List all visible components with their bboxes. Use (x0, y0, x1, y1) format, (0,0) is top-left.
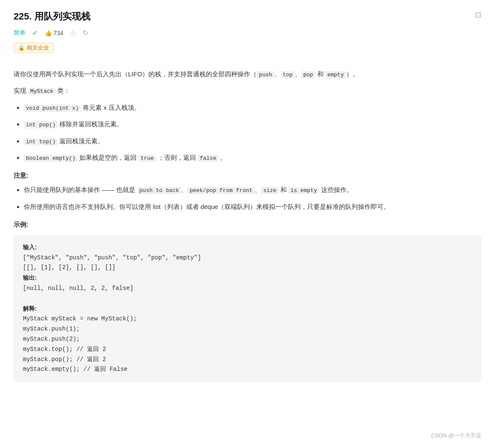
output-label: 输出: (23, 274, 37, 281)
note-item-1: 你只能使用队列的基本操作 —— 也就是 push to back、peek/po… (24, 184, 481, 195)
refresh-icon[interactable]: ↻ (83, 29, 88, 37)
method-push-code: void push(int x) (24, 105, 81, 112)
method-top-code: int top() (24, 138, 58, 145)
inline-code-true: true (138, 155, 156, 162)
method-empty-code: boolean empty() (24, 155, 78, 162)
explain-line-5: myStack.pop(); // 返回 2 (23, 356, 106, 363)
input-line1: ["MyStack", "push", "push", "top", "pop"… (23, 254, 201, 261)
explain-line-6: myStack.empty(); // 返回 False (23, 366, 127, 373)
list-item: boolean empty() 如果栈是空的，返回 true ；否则，返回 fa… (24, 152, 481, 163)
example-section: 示例: 输入: ["MyStack", "push", "push", "top… (14, 221, 481, 382)
method-pop-code: int pop() (24, 121, 58, 128)
check-icon: ✓ (32, 29, 38, 37)
inline-code-push-to-back: push to back (137, 187, 182, 194)
company-tag[interactable]: 🔒 相关企业 (14, 43, 53, 53)
note-list: 你只能使用队列的基本操作 —— 也就是 push to back、peek/po… (14, 184, 481, 212)
inline-code-pop: pop (301, 71, 315, 78)
inline-code-mystack: MyStack (28, 88, 56, 95)
list-item: int top() 返回栈顶元素。 (24, 135, 481, 147)
implement-line: 实现 MyStack 类： (14, 85, 481, 96)
example-code-block: 输入: ["MyStack", "push", "push", "top", "… (14, 235, 481, 382)
output-line: [null, null, null, 2, 2, false] (23, 285, 133, 292)
meta-row: 简单 ✓ 👍 734 ☆ ↻ (14, 29, 481, 37)
note-item-2: 你所使用的语言也许不支持队列。你可以使用 list（列表）或者 deque（双端… (24, 201, 481, 212)
like-button[interactable]: 👍 734 (45, 30, 63, 36)
inline-code-peek-pop: peek/pop from front (187, 187, 254, 194)
lock-icon: 🔒 (18, 45, 25, 51)
inline-code-is-empty: is empty (288, 187, 319, 194)
footer-watermark: CSDN @一个大不逗 (431, 432, 481, 440)
corner-icon[interactable]: ⊡ (475, 10, 481, 19)
inline-code-empty: empty (325, 71, 346, 78)
input-label: 输入: (23, 244, 37, 250)
list-item: void push(int x) 将元素 x 压入栈顶。 (24, 102, 481, 113)
methods-list: void push(int x) 将元素 x 压入栈顶。 int pop() 移… (14, 102, 481, 164)
explain-label: 解释: (23, 305, 37, 312)
input-line2: [[], [1], [2], [], [], []] (23, 264, 115, 271)
note-title: 注意: (14, 172, 481, 180)
inline-code-size: size (261, 187, 278, 194)
explain-line-1: MyStack myStack = new MyStack(); (23, 315, 137, 322)
explain-line-3: myStack.push(2); (23, 336, 80, 342)
inline-code-top: top (281, 71, 295, 78)
star-icon[interactable]: ☆ (70, 29, 76, 37)
problem-description: 请你仅使用两个队列实现一个后入先出（LIFO）的栈，并支持普通栈的全部四种操作（… (14, 68, 481, 80)
like-count: 734 (53, 30, 63, 36)
thumb-up-icon: 👍 (45, 30, 52, 36)
company-tag-label: 相关企业 (27, 44, 49, 52)
page-title: 225. 用队列实现栈 (14, 10, 481, 23)
list-item: int pop() 移除并返回栈顶元素。 (24, 118, 481, 130)
inline-code-push: push (257, 71, 274, 78)
explain-line-4: myStack.top(); // 返回 2 (23, 346, 106, 353)
example-title: 示例: (14, 221, 481, 229)
difficulty-tag[interactable]: 简单 (14, 29, 25, 37)
inline-code-false: false (198, 155, 218, 162)
note-section: 注意: 你只能使用队列的基本操作 —— 也就是 push to back、pee… (14, 172, 481, 212)
explain-line-2: myStack.push(1); (23, 326, 80, 332)
